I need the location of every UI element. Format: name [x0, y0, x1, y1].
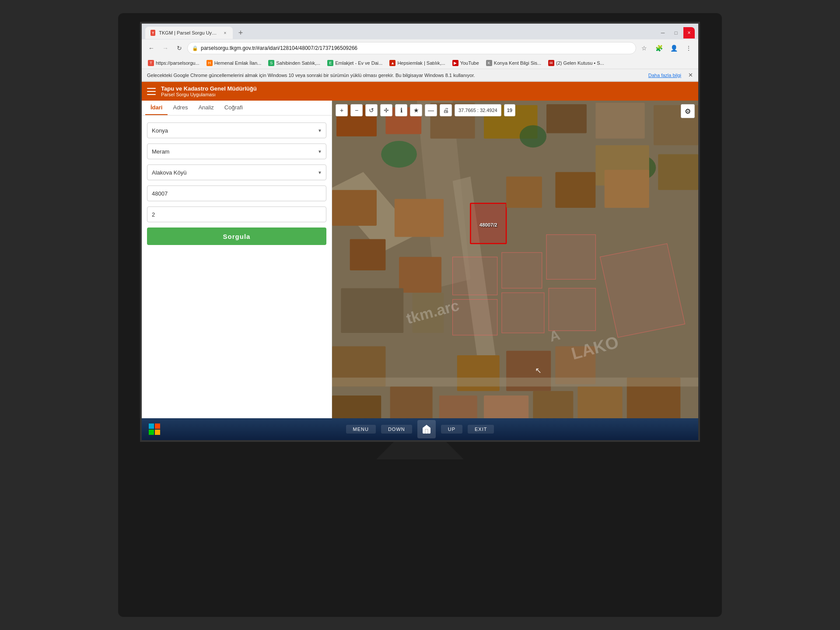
forward-button[interactable]: → [159, 42, 172, 54]
svg-rect-29 [453, 299, 497, 335]
svg-rect-31 [506, 177, 542, 208]
taskbar-down-button[interactable]: DOWN [381, 425, 412, 434]
map-coordinates: 37.7665 : 32.4924 [455, 104, 501, 116]
bookmark-item-youtube[interactable]: ▶ YouTube [450, 59, 482, 67]
map-toolbar: + − ↺ ✛ ℹ ★ — 🖨 37.7665 : 32.4924 19 [336, 104, 515, 116]
map-zoom-level: 19 [504, 104, 515, 116]
minimize-button[interactable]: ─ [657, 27, 668, 38]
tab-close-button[interactable]: × [223, 30, 228, 36]
back-button[interactable]: ← [145, 42, 158, 54]
bookmark-favicon-hepsiemlak: ▲ [389, 60, 396, 66]
sidebar-form: Konya Meram Alakova Köyü [142, 116, 332, 252]
map-print-button[interactable]: 🖨 [440, 104, 452, 116]
svg-rect-28 [549, 288, 595, 331]
notification-link[interactable]: Daha fazla bilgi [648, 73, 681, 78]
sub-parcel-number-input[interactable] [147, 206, 326, 222]
svg-rect-33 [605, 170, 649, 208]
map-refresh-button[interactable]: ↺ [365, 104, 378, 116]
svg-point-11 [520, 125, 546, 147]
svg-rect-55 [155, 430, 160, 435]
toolbar-right: ☆ 🧩 👤 ⋮ [638, 42, 695, 54]
bookmark-item-inbox[interactable]: ✉ (2) Gelen Kutusu • S... [546, 59, 607, 67]
svg-rect-14 [350, 239, 386, 270]
map-zoom-out-button[interactable]: − [350, 104, 363, 116]
map-star-button[interactable]: ★ [410, 104, 422, 116]
parcel-number-input[interactable] [147, 186, 326, 201]
bookmark-item-konya[interactable]: K Konya Kent Bilgi Sis... [483, 59, 544, 67]
app-subtitle: Parsel Sorgu Uygulaması [161, 92, 257, 97]
app-header-text: Tapu ve Kadastro Genel Müdürlüğü Parsel … [161, 85, 257, 97]
app-header: Tapu ve Kadastro Genel Müdürlüğü Parsel … [142, 82, 698, 101]
svg-text:48007/2: 48007/2 [480, 222, 497, 228]
restore-button[interactable]: □ [670, 27, 682, 38]
svg-rect-54 [149, 430, 154, 435]
new-tab-button[interactable]: + [234, 27, 247, 39]
taskbar-exit-button[interactable]: EXIT [468, 425, 494, 434]
map-info-button[interactable]: ℹ [395, 104, 407, 116]
province-select[interactable]: Konya [147, 122, 326, 138]
map-crosshair-button[interactable]: ✛ [380, 104, 392, 116]
bookmark-favicon-inbox: ✉ [548, 60, 554, 66]
svg-rect-24 [453, 257, 497, 295]
bookmark-item-emlakjet[interactable]: E Emlakjet - Ev ve Dai... [325, 59, 385, 67]
svg-rect-27 [502, 293, 544, 333]
map-settings-button[interactable]: ⚙ [681, 104, 695, 118]
map-measure-button[interactable]: — [425, 104, 437, 116]
svg-point-10 [381, 141, 417, 168]
bookmark-item-hemenal[interactable]: H Hemenal Emlak İlan... [204, 59, 264, 67]
menu-icon[interactable]: ⋮ [682, 42, 695, 54]
reload-button[interactable]: ↻ [173, 42, 186, 54]
profile-icon[interactable]: 👤 [668, 42, 680, 54]
bookmark-item-hepsiemlak[interactable]: ▲ Hepsiemlak | Satılık,... [387, 59, 448, 67]
notification-bar: Gelecekteki Google Chrome güncellemeleri… [142, 69, 698, 81]
district-select-wrapper: Meram [147, 144, 326, 159]
hamburger-menu-button[interactable] [147, 88, 156, 95]
taskbar-up-button[interactable]: UP [441, 425, 462, 434]
start-button[interactable] [145, 420, 164, 438]
svg-rect-53 [155, 424, 160, 429]
close-button[interactable]: × [683, 27, 695, 38]
village-select[interactable]: Alakova Köyü [147, 164, 326, 180]
taskbar-menu-button[interactable]: MENU [346, 425, 376, 434]
bookmark-favicon-konya: K [486, 60, 492, 66]
village-select-wrapper: Alakova Köyü [147, 164, 326, 180]
tab-title: TKGM | Parsel Sorgu Uygulaması [159, 30, 217, 35]
sorgula-button[interactable]: Sorgula [147, 228, 326, 245]
map-area[interactable]: + − ↺ ✛ ℹ ★ — 🖨 37.7665 : 32.4924 19 [332, 101, 698, 440]
svg-rect-21 [658, 154, 698, 190]
extension-icon[interactable]: 🧩 [653, 42, 665, 54]
monitor-stand [376, 442, 464, 459]
bookmark-star-icon[interactable]: ☆ [638, 42, 650, 54]
browser-toolbar: ← → ↻ 🔒 parselsorgu.tkgm.gov.tr/#ara/ida… [142, 39, 698, 57]
address-bar[interactable]: 🔒 parselsorgu.tkgm.gov.tr/#ara/idari/128… [187, 42, 636, 54]
svg-rect-17 [341, 288, 403, 333]
taskbar: MENU DOWN UP EXIT [142, 418, 698, 440]
map-zoom-in-button[interactable]: + [336, 104, 348, 116]
taskbar-home-button[interactable] [417, 420, 436, 438]
tab-cografi[interactable]: Coğrafi [219, 101, 248, 115]
bookmark-item-parselsorgu[interactable]: T https://parselsorgu... [145, 59, 202, 67]
tab-adres[interactable]: Adres [168, 101, 193, 115]
svg-rect-48 [332, 378, 698, 386]
bookmark-favicon-sahibinden: S [268, 60, 274, 66]
active-tab[interactable]: T TKGM | Parsel Sorgu Uygulaması × [145, 27, 233, 39]
svg-rect-8 [595, 103, 644, 139]
district-select[interactable]: Meram [147, 144, 326, 159]
bookmark-item-sahibinden[interactable]: S Sahibinden Satılık,... [266, 59, 323, 67]
bookmarks-bar: T https://parselsorgu... H Hemenal Emlak… [142, 57, 698, 69]
bookmark-favicon-hemenal: H [206, 60, 213, 66]
province-select-wrapper: Konya [147, 122, 326, 138]
bookmark-favicon-youtube: ▶ [452, 60, 458, 66]
ssl-lock-icon: 🔒 [192, 46, 198, 51]
svg-rect-15 [395, 199, 444, 237]
notification-close-button[interactable]: ✕ [688, 72, 693, 78]
svg-rect-25 [502, 252, 542, 288]
tab-bar: T TKGM | Parsel Sorgu Uygulaması × + ─ □… [142, 24, 698, 39]
tab-analiz[interactable]: Analiz [193, 101, 219, 115]
sidebar: İdari Adres Analiz Coğrafi Konya [142, 101, 332, 440]
notification-text: Gelecekteki Google Chrome güncellemeleri… [147, 73, 475, 78]
satellite-map: 48007/2 [332, 101, 698, 440]
svg-text:↖: ↖ [535, 366, 542, 375]
bookmark-favicon-emlakjet: E [327, 60, 333, 66]
tab-idari[interactable]: İdari [145, 101, 168, 115]
